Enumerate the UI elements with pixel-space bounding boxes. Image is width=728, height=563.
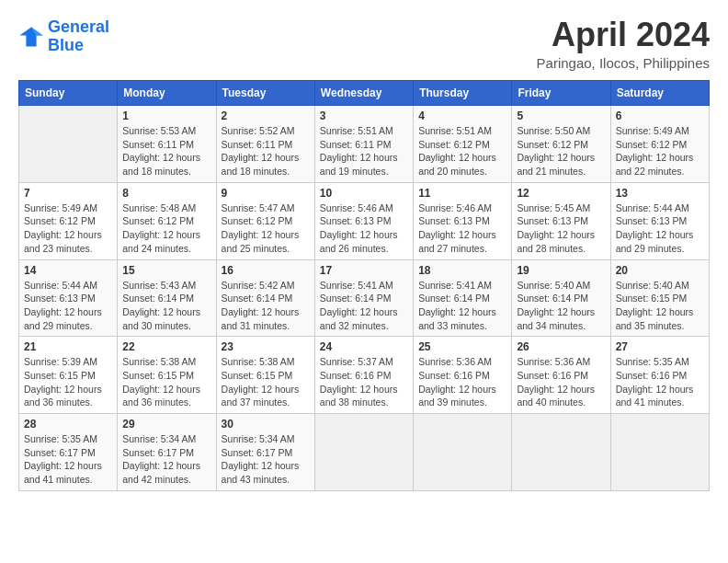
calendar-cell: 20Sunrise: 5:40 AMSunset: 6:15 PMDayligh…	[610, 259, 709, 337]
day-info: Sunrise: 5:34 AMSunset: 6:17 PMDaylight:…	[222, 432, 310, 487]
day-info: Sunrise: 5:49 AMSunset: 6:12 PMDaylight:…	[24, 201, 112, 256]
day-number: 1	[122, 109, 210, 122]
day-number: 22	[122, 340, 210, 353]
header-sunday: Sunday	[19, 81, 118, 106]
day-number: 29	[122, 418, 210, 431]
day-number: 10	[320, 187, 408, 200]
calendar-cell: 8Sunrise: 5:48 AMSunset: 6:12 PMDaylight…	[118, 182, 216, 259]
calendar-cell: 28Sunrise: 5:35 AMSunset: 6:17 PMDayligh…	[19, 414, 118, 491]
days-header-row: Sunday Monday Tuesday Wednesday Thursday…	[19, 81, 710, 106]
day-number: 2	[222, 109, 310, 122]
day-info: Sunrise: 5:41 AMSunset: 6:14 PMDaylight:…	[320, 279, 408, 333]
calendar-cell: 16Sunrise: 5:42 AMSunset: 6:14 PMDayligh…	[216, 259, 314, 337]
week-row-2: 7Sunrise: 5:49 AMSunset: 6:12 PMDaylight…	[19, 182, 710, 259]
day-info: Sunrise: 5:42 AMSunset: 6:14 PMDaylight:…	[222, 279, 310, 333]
day-number: 9	[222, 187, 310, 200]
day-number: 18	[418, 264, 506, 277]
calendar-cell: 17Sunrise: 5:41 AMSunset: 6:14 PMDayligh…	[314, 259, 413, 337]
header: General Blue April 2024 Paringao, Ilocos…	[18, 18, 710, 71]
week-row-3: 14Sunrise: 5:44 AMSunset: 6:13 PMDayligh…	[19, 259, 710, 337]
day-number: 15	[122, 264, 210, 277]
calendar-cell	[512, 414, 610, 491]
day-info: Sunrise: 5:46 AMSunset: 6:13 PMDaylight:…	[320, 201, 408, 256]
calendar-table: Sunday Monday Tuesday Wednesday Thursday…	[18, 80, 710, 491]
day-info: Sunrise: 5:37 AMSunset: 6:16 PMDaylight:…	[320, 355, 408, 409]
calendar-cell: 23Sunrise: 5:38 AMSunset: 6:15 PMDayligh…	[216, 337, 314, 414]
day-number: 7	[24, 187, 112, 200]
calendar-cell: 26Sunrise: 5:36 AMSunset: 6:16 PMDayligh…	[512, 337, 610, 414]
day-number: 24	[320, 340, 408, 353]
day-number: 30	[222, 418, 310, 431]
day-number: 28	[24, 418, 112, 431]
day-number: 20	[616, 264, 704, 277]
calendar-cell: 3Sunrise: 5:51 AMSunset: 6:11 PMDaylight…	[314, 106, 413, 183]
calendar-cell: 13Sunrise: 5:44 AMSunset: 6:13 PMDayligh…	[610, 182, 709, 259]
calendar-cell: 30Sunrise: 5:34 AMSunset: 6:17 PMDayligh…	[216, 414, 314, 491]
day-info: Sunrise: 5:47 AMSunset: 6:12 PMDaylight:…	[222, 201, 310, 256]
day-number: 4	[418, 109, 506, 122]
day-info: Sunrise: 5:50 AMSunset: 6:12 PMDaylight:…	[517, 124, 605, 178]
calendar-cell: 7Sunrise: 5:49 AMSunset: 6:12 PMDaylight…	[19, 182, 118, 259]
day-info: Sunrise: 5:38 AMSunset: 6:15 PMDaylight:…	[122, 355, 210, 409]
calendar-cell: 29Sunrise: 5:34 AMSunset: 6:17 PMDayligh…	[118, 414, 216, 491]
day-number: 8	[122, 187, 210, 200]
day-info: Sunrise: 5:44 AMSunset: 6:13 PMDaylight:…	[616, 201, 704, 256]
calendar-cell: 6Sunrise: 5:49 AMSunset: 6:12 PMDaylight…	[610, 106, 709, 183]
calendar-title: April 2024	[537, 18, 710, 52]
calendar-cell: 5Sunrise: 5:50 AMSunset: 6:12 PMDaylight…	[512, 106, 610, 183]
calendar-cell	[19, 106, 118, 183]
calendar-cell: 10Sunrise: 5:46 AMSunset: 6:13 PMDayligh…	[314, 182, 413, 259]
calendar-cell: 27Sunrise: 5:35 AMSunset: 6:16 PMDayligh…	[610, 337, 709, 414]
day-number: 17	[320, 264, 408, 277]
week-row-5: 28Sunrise: 5:35 AMSunset: 6:17 PMDayligh…	[19, 414, 710, 491]
day-number: 25	[418, 340, 506, 353]
calendar-cell: 25Sunrise: 5:36 AMSunset: 6:16 PMDayligh…	[414, 337, 512, 414]
day-info: Sunrise: 5:35 AMSunset: 6:16 PMDaylight:…	[616, 355, 704, 409]
header-tuesday: Tuesday	[216, 81, 314, 106]
calendar-cell	[610, 414, 709, 491]
calendar-subtitle: Paringao, Ilocos, Philippines	[537, 55, 710, 71]
day-number: 6	[616, 109, 704, 122]
day-number: 14	[24, 264, 112, 277]
calendar-cell: 24Sunrise: 5:37 AMSunset: 6:16 PMDayligh…	[314, 337, 413, 414]
calendar-cell: 19Sunrise: 5:40 AMSunset: 6:14 PMDayligh…	[512, 259, 610, 337]
day-info: Sunrise: 5:39 AMSunset: 6:15 PMDaylight:…	[24, 355, 112, 409]
day-info: Sunrise: 5:36 AMSunset: 6:16 PMDaylight:…	[418, 355, 506, 409]
day-info: Sunrise: 5:46 AMSunset: 6:13 PMDaylight:…	[418, 201, 506, 256]
logo-bird-icon	[18, 24, 44, 50]
calendar-cell: 11Sunrise: 5:46 AMSunset: 6:13 PMDayligh…	[414, 182, 512, 259]
day-number: 13	[616, 187, 704, 200]
day-info: Sunrise: 5:53 AMSunset: 6:11 PMDaylight:…	[122, 124, 210, 178]
logo: General Blue	[18, 18, 109, 55]
day-info: Sunrise: 5:49 AMSunset: 6:12 PMDaylight:…	[616, 124, 704, 178]
week-row-4: 21Sunrise: 5:39 AMSunset: 6:15 PMDayligh…	[19, 337, 710, 414]
title-area: April 2024 Paringao, Ilocos, Philippines	[537, 18, 710, 71]
header-saturday: Saturday	[610, 81, 709, 106]
header-wednesday: Wednesday	[314, 81, 413, 106]
day-info: Sunrise: 5:43 AMSunset: 6:14 PMDaylight:…	[122, 279, 210, 333]
day-number: 27	[616, 340, 704, 353]
day-number: 3	[320, 109, 408, 122]
calendar-cell	[314, 414, 413, 491]
calendar-cell: 2Sunrise: 5:52 AMSunset: 6:11 PMDaylight…	[216, 106, 314, 183]
day-info: Sunrise: 5:34 AMSunset: 6:17 PMDaylight:…	[122, 432, 210, 487]
day-info: Sunrise: 5:40 AMSunset: 6:15 PMDaylight:…	[616, 279, 704, 333]
week-row-1: 1Sunrise: 5:53 AMSunset: 6:11 PMDaylight…	[19, 106, 710, 183]
day-info: Sunrise: 5:44 AMSunset: 6:13 PMDaylight:…	[24, 279, 112, 333]
day-info: Sunrise: 5:45 AMSunset: 6:13 PMDaylight:…	[517, 201, 605, 256]
day-info: Sunrise: 5:51 AMSunset: 6:12 PMDaylight:…	[418, 124, 506, 178]
day-number: 16	[222, 264, 310, 277]
day-info: Sunrise: 5:51 AMSunset: 6:11 PMDaylight:…	[320, 124, 408, 178]
calendar-cell: 15Sunrise: 5:43 AMSunset: 6:14 PMDayligh…	[118, 259, 216, 337]
day-info: Sunrise: 5:40 AMSunset: 6:14 PMDaylight:…	[517, 279, 605, 333]
calendar-cell: 1Sunrise: 5:53 AMSunset: 6:11 PMDaylight…	[118, 106, 216, 183]
day-info: Sunrise: 5:36 AMSunset: 6:16 PMDaylight:…	[517, 355, 605, 409]
day-number: 21	[24, 340, 112, 353]
calendar-cell: 18Sunrise: 5:41 AMSunset: 6:14 PMDayligh…	[414, 259, 512, 337]
calendar-cell	[414, 414, 512, 491]
calendar-cell: 12Sunrise: 5:45 AMSunset: 6:13 PMDayligh…	[512, 182, 610, 259]
day-info: Sunrise: 5:35 AMSunset: 6:17 PMDaylight:…	[24, 432, 112, 487]
day-info: Sunrise: 5:38 AMSunset: 6:15 PMDaylight:…	[222, 355, 310, 409]
day-info: Sunrise: 5:52 AMSunset: 6:11 PMDaylight:…	[222, 124, 310, 178]
calendar-cell: 4Sunrise: 5:51 AMSunset: 6:12 PMDaylight…	[414, 106, 512, 183]
